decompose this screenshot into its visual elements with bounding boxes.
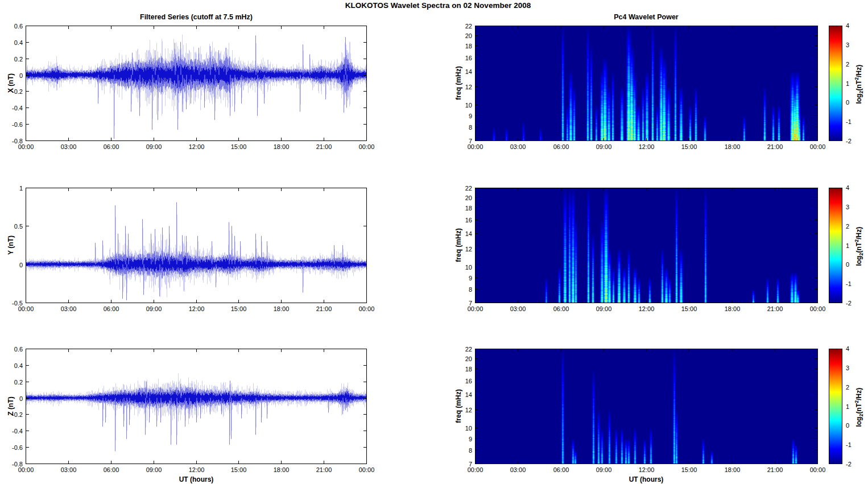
colorbar-tick-label: 0 — [846, 261, 849, 268]
colorbar-z-wavelet — [829, 349, 842, 464]
x-tick-label: 18:00 — [274, 143, 290, 150]
colorbar-label-text: log — [855, 94, 863, 104]
y-tick-label: -0.2 — [0, 88, 23, 95]
x-tick-label: 00:00 — [18, 143, 34, 150]
colorbar-label-sup: 2 — [854, 400, 859, 403]
colorbar-label-sup: 2 — [854, 77, 859, 80]
colorbar-tick-label: 3 — [846, 204, 849, 210]
x-tick-label: 06:00 — [104, 466, 119, 473]
y-tick-label: 8 — [448, 124, 472, 131]
colorbar-tick-label: 2 — [846, 61, 849, 68]
colorbar-tick-label: -1 — [846, 280, 852, 287]
colorbar-label-text: log — [855, 417, 863, 427]
x-tick-label: 21:00 — [316, 466, 332, 473]
colorbar-y-wavelet — [829, 188, 842, 303]
x-tick-label: 21:00 — [767, 305, 783, 312]
y-tick-label: 1 — [0, 185, 23, 192]
x-tick-label: 12:00 — [639, 305, 655, 312]
x-tick-label: 06:00 — [553, 143, 569, 150]
x-axis-label-right: UT (hours) — [629, 475, 664, 483]
z-wavelet-plot — [475, 349, 818, 464]
y-tick-label: 0 — [0, 72, 23, 79]
x-tick-label: 12:00 — [189, 143, 205, 150]
y-tick-label: -0.2 — [0, 411, 23, 418]
y-wavelet-plot — [475, 188, 818, 303]
x-tick-label: 03:00 — [510, 305, 526, 312]
panel-title-pc4-wavelet-power: Pc4 Wavelet Power — [614, 13, 678, 21]
x-tick-label: 06:00 — [553, 305, 569, 312]
colorbar-tick-label: 0 — [846, 422, 849, 429]
x-tick-label: 18:00 — [725, 305, 741, 312]
x-tick-label: 00:00 — [359, 143, 375, 150]
y-tick-label: -0.4 — [0, 105, 23, 111]
x-tick-label: 03:00 — [61, 305, 77, 312]
x-tick-label: 03:00 — [510, 143, 526, 150]
figure-canvas: KLOKOTOS Wavelet Spectra on 02 November … — [0, 0, 868, 484]
x-tick-label: 00:00 — [359, 305, 375, 312]
colorbar-tick-label: 3 — [846, 42, 849, 48]
y-tick-label: 0 — [0, 262, 23, 268]
colorbar-label-sup: 2 — [854, 239, 859, 242]
y-tick-label: 0.4 — [0, 39, 23, 46]
y-tick-label: 0 — [0, 395, 23, 402]
x-tick-label: 00:00 — [18, 466, 34, 473]
x-tick-label: 18:00 — [274, 466, 290, 473]
x-tick-label: 09:00 — [146, 305, 162, 312]
colorbar-tick-label: -1 — [846, 118, 852, 125]
y-tick-label: 14 — [448, 230, 472, 237]
y-tick-label: 8 — [448, 447, 472, 454]
x-tick-label: 06:00 — [553, 466, 569, 473]
x-tick-label: 15:00 — [231, 143, 247, 150]
y-tick-label: -0.6 — [0, 121, 23, 128]
colorbar-tick-label: -2 — [846, 300, 852, 307]
x-tick-label: 06:00 — [104, 305, 119, 312]
x-tick-label: 00:00 — [810, 305, 826, 312]
colorbar-tick-label: -2 — [846, 138, 852, 144]
y-tick-label: 16 — [448, 217, 472, 224]
x-tick-label: 03:00 — [510, 466, 526, 473]
colorbar-label-sub: 2 — [858, 91, 864, 94]
x-tick-label: 21:00 — [316, 305, 332, 312]
colorbar-label-3: log2(nT2/Hz) — [854, 367, 864, 447]
x-tick-label: 09:00 — [596, 143, 612, 150]
y-tick-label: 12 — [448, 84, 472, 90]
y-tick-label: 20 — [448, 32, 472, 39]
x-tick-label: 00:00 — [810, 143, 826, 150]
y-tick-label: 0.2 — [0, 379, 23, 386]
x-tick-label: 21:00 — [767, 143, 783, 150]
x-tick-label: 12:00 — [639, 143, 655, 150]
x-tick-label: 12:00 — [639, 466, 655, 473]
colorbar-tick-label: 4 — [846, 345, 849, 352]
x-tick-label: 00:00 — [810, 466, 826, 473]
x-tick-label: 00:00 — [468, 143, 483, 150]
figure-title: KLOKOTOS Wavelet Spectra on 02 November … — [345, 1, 531, 10]
x-tick-label: 03:00 — [61, 466, 77, 473]
colorbar-tick-label: 1 — [846, 80, 849, 87]
x-tick-label: 18:00 — [725, 143, 741, 150]
colorbar-label-text: /Hz) — [855, 65, 863, 77]
colorbar-tick-label: -1 — [846, 441, 852, 448]
y-tick-label: 9 — [448, 436, 472, 442]
x-tick-label: 09:00 — [146, 466, 162, 473]
x-tick-label: 00:00 — [359, 466, 375, 473]
y-tick-label: 9 — [448, 275, 472, 282]
x-tick-label: 15:00 — [681, 143, 697, 150]
colorbar-tick-label: 1 — [846, 403, 849, 410]
colorbar-label-2: log2(nT2/Hz) — [854, 206, 864, 286]
colorbar-tick-label: -2 — [846, 461, 852, 468]
y-tick-label: 0.6 — [0, 346, 23, 353]
x-tick-label: 18:00 — [725, 466, 741, 473]
colorbar-label-text: /Hz) — [855, 227, 863, 239]
x-axis-label-left: UT (hours) — [179, 475, 214, 483]
y-axis-label-y-nt: Y (nT) — [7, 205, 15, 285]
x-tick-label: 09:00 — [146, 143, 162, 150]
colorbar-tick-label: 4 — [846, 184, 849, 191]
panel-title-filtered-series: Filtered Series (cutoff at 7.5 mHz) — [140, 13, 253, 21]
y-tick-label: 22 — [448, 23, 472, 30]
x-tick-label: 06:00 — [104, 143, 119, 150]
y-tick-label: 8 — [448, 286, 472, 293]
colorbar-label-text: (nT — [855, 80, 863, 91]
colorbar-label-text: /Hz) — [855, 388, 863, 400]
y-tick-label: 16 — [448, 55, 472, 61]
x-tick-label: 00:00 — [18, 305, 34, 312]
